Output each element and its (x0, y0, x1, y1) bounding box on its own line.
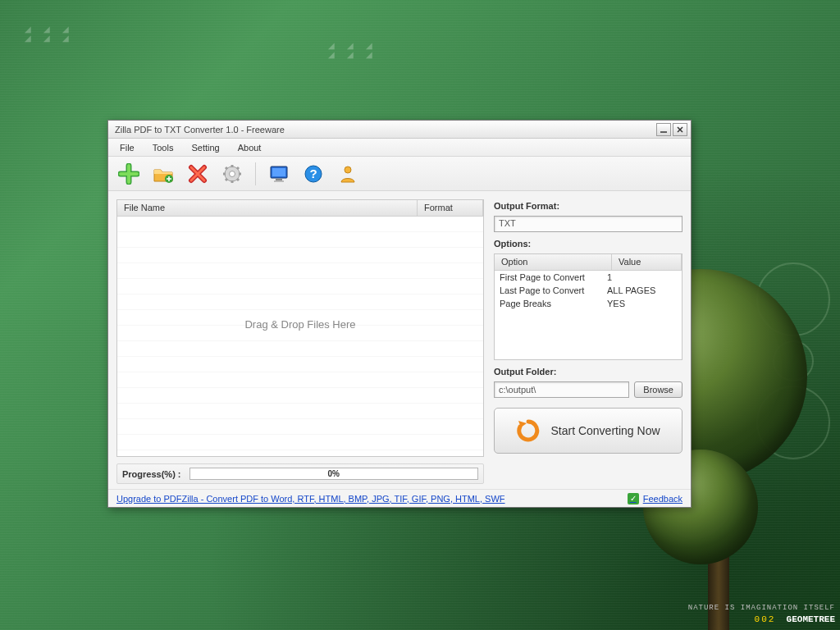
minimize-button[interactable] (656, 123, 671, 136)
menu-about[interactable]: About (238, 143, 262, 153)
close-button[interactable] (673, 123, 687, 136)
upgrade-link[interactable]: Upgrade to PDFZilla - Convert PDF to Wor… (116, 494, 505, 504)
help-icon: ? (304, 164, 323, 184)
svg-line-13 (226, 179, 227, 180)
progress-label: Progress(%) : (122, 469, 181, 479)
output-folder-row: Browse (494, 381, 682, 398)
start-converting-button[interactable]: Start Converting Now (494, 408, 682, 454)
plus-icon (118, 163, 139, 185)
browse-button[interactable]: Browse (634, 381, 682, 398)
option-row[interactable]: First Page to Convert 1 (495, 271, 682, 284)
window-buttons (656, 123, 687, 136)
left-panel: File Name Format Drag & Drop Files Here … (116, 199, 484, 484)
minimize-icon (660, 126, 668, 134)
decorative-dots: ◢ ◢ ◢◢ ◢ ◢ (328, 41, 377, 59)
menubar: File Tools Setting About (108, 139, 691, 157)
display-button[interactable] (265, 160, 293, 188)
output-folder-input[interactable] (494, 381, 629, 398)
svg-text:?: ? (309, 167, 317, 180)
menu-setting[interactable]: Setting (191, 143, 219, 153)
wallpaper-name: GEOMETREE (787, 614, 835, 624)
option-row[interactable]: Page Breaks YES (495, 297, 682, 310)
col-filename[interactable]: File Name (117, 200, 418, 216)
help-button[interactable]: ? (299, 160, 327, 188)
right-panel: Output Format: TXT Options: Option Value… (494, 199, 682, 484)
titlebar[interactable]: Zilla PDF to TXT Converter 1.0 - Freewar… (108, 121, 691, 139)
file-list-body[interactable]: Drag & Drop Files Here (117, 217, 483, 456)
option-name: Page Breaks (500, 299, 607, 308)
col-format[interactable]: Format (418, 200, 483, 216)
wallpaper-code: 002 (755, 614, 776, 624)
svg-point-20 (345, 167, 351, 173)
folder-plus-icon (153, 163, 174, 185)
svg-line-12 (237, 167, 239, 169)
decorative-dots: ◢ ◢ ◢◢ ◢ ◢ (25, 25, 74, 43)
add-file-button[interactable] (115, 160, 143, 188)
file-list-table[interactable]: File Name Format Drag & Drop Files Here (116, 199, 484, 457)
feedback-link[interactable]: ✓ Feedback (628, 493, 682, 504)
x-icon (188, 164, 208, 184)
decorative-circles (740, 262, 830, 476)
gear-icon (222, 164, 242, 184)
settings-button[interactable] (218, 160, 246, 188)
start-converting-label: Start Converting Now (550, 424, 660, 437)
option-value: 1 (607, 272, 677, 282)
progress-bar: 0% (189, 468, 478, 480)
close-icon (676, 126, 684, 134)
toolbar: ? (108, 157, 691, 191)
options-header: Option Value (495, 254, 682, 271)
option-name: Last Page to Convert (500, 285, 607, 295)
output-folder-label: Output Folder: (494, 367, 682, 377)
wallpaper-caption: NATURE IS IMAGINATION ITSELF 002 GEOMETR… (688, 602, 835, 625)
progress-row: Progress(%) : 0% (116, 463, 484, 484)
remove-button[interactable] (184, 160, 212, 188)
wallpaper-caption-line1: NATURE IS IMAGINATION ITSELF (688, 602, 835, 614)
app-window: Zilla PDF to TXT Converter 1.0 - Freewar… (107, 120, 692, 508)
svg-line-10 (226, 167, 227, 169)
svg-line-11 (237, 179, 239, 180)
drop-hint: Drag & Drop Files Here (244, 318, 355, 331)
desktop-background: ◢ ◢ ◢◢ ◢ ◢ ◢ ◢ ◢◢ ◢ ◢ NATURE IS IMAGINAT… (0, 0, 840, 630)
option-value: YES (607, 299, 677, 308)
menu-tools[interactable]: Tools (153, 143, 174, 153)
option-value: ALL PAGES (607, 285, 677, 295)
output-format-field[interactable]: TXT (494, 216, 682, 232)
window-body: File Name Format Drag & Drop Files Here … (108, 191, 691, 489)
svg-rect-16 (276, 179, 282, 180)
feedback-label: Feedback (643, 494, 682, 504)
svg-rect-15 (272, 168, 285, 176)
monitor-icon (268, 163, 290, 185)
check-icon: ✓ (628, 493, 639, 504)
options-label: Options: (494, 239, 682, 249)
user-button[interactable] (334, 160, 362, 188)
refresh-icon (516, 418, 541, 443)
options-table: Option Value First Page to Convert 1 Las… (494, 253, 682, 360)
footer: Upgrade to PDFZilla - Convert PDF to Wor… (108, 489, 691, 507)
option-row[interactable]: Last Page to Convert ALL PAGES (495, 284, 682, 297)
toolbar-separator (255, 162, 256, 185)
col-value[interactable]: Value (612, 254, 682, 270)
col-option[interactable]: Option (495, 254, 612, 270)
window-title: Zilla PDF to TXT Converter 1.0 - Freewar… (115, 125, 285, 135)
output-format-label: Output Format: (494, 201, 682, 211)
progress-value: 0% (190, 468, 477, 479)
svg-point-5 (230, 171, 235, 176)
person-icon (338, 164, 358, 184)
add-folder-button[interactable] (149, 160, 177, 188)
svg-rect-17 (274, 180, 284, 182)
file-list-header: File Name Format (117, 200, 483, 217)
option-name: First Page to Convert (500, 272, 607, 282)
menu-file[interactable]: File (120, 143, 135, 153)
